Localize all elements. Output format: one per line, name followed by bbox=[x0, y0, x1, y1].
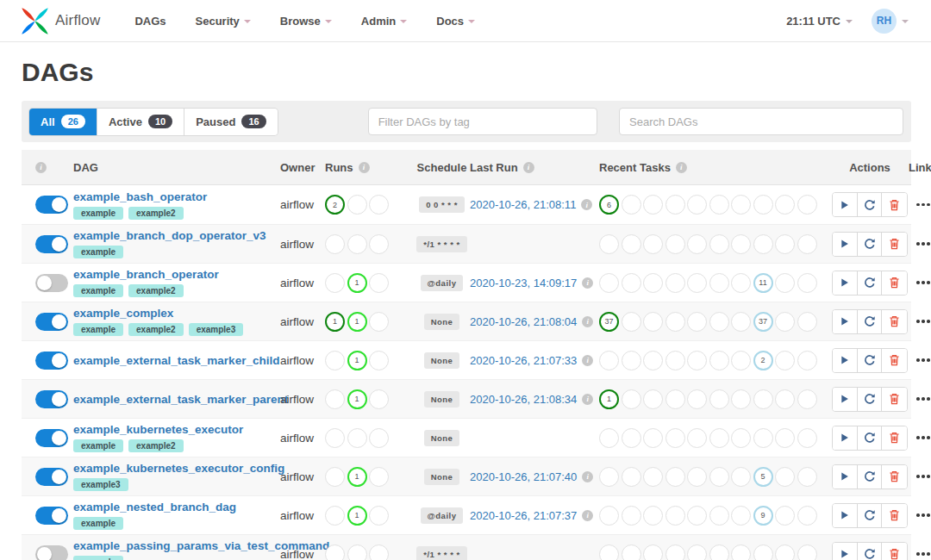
search-dags-input[interactable] bbox=[619, 108, 903, 135]
dag-tag[interactable]: example2 bbox=[128, 207, 184, 220]
delete-dag-button[interactable] bbox=[882, 271, 907, 295]
status-circle[interactable] bbox=[797, 195, 817, 215]
schedule-badge[interactable]: @daily bbox=[421, 507, 464, 524]
status-circle[interactable] bbox=[753, 195, 773, 215]
status-circle[interactable] bbox=[797, 467, 817, 487]
refresh-dag-button[interactable] bbox=[858, 310, 883, 333]
timezone-selector[interactable]: 21:11 UTC bbox=[786, 15, 853, 28]
refresh-dag-button[interactable] bbox=[858, 233, 883, 256]
links-menu-button[interactable] bbox=[913, 239, 931, 249]
status-circle[interactable] bbox=[731, 544, 751, 560]
status-circle[interactable] bbox=[347, 544, 367, 560]
status-circle[interactable] bbox=[599, 506, 619, 526]
status-circle[interactable] bbox=[665, 273, 685, 293]
status-circle[interactable] bbox=[665, 234, 685, 254]
last-run-link[interactable]: 2020-10-26, 21:08:04 bbox=[470, 315, 577, 328]
links-menu-button[interactable] bbox=[913, 549, 931, 559]
dag-tag[interactable]: example3 bbox=[73, 478, 128, 491]
status-circle[interactable] bbox=[599, 351, 619, 370]
col-owner[interactable]: Owner bbox=[280, 161, 315, 174]
status-circle[interactable]: 1 bbox=[347, 506, 367, 526]
status-circle[interactable]: 2 bbox=[753, 351, 773, 370]
status-circle[interactable] bbox=[347, 234, 367, 254]
status-circle[interactable]: 37 bbox=[753, 312, 773, 332]
status-circle[interactable] bbox=[665, 389, 685, 409]
status-circle[interactable] bbox=[665, 351, 685, 370]
dag-tag[interactable]: example bbox=[73, 207, 123, 220]
status-circle[interactable] bbox=[731, 195, 751, 215]
schedule-badge[interactable]: */1 * * * * bbox=[416, 546, 466, 560]
status-circle[interactable] bbox=[643, 312, 663, 332]
status-circle[interactable] bbox=[643, 389, 663, 409]
status-circle[interactable] bbox=[622, 312, 641, 332]
info-icon[interactable]: i bbox=[359, 162, 370, 173]
dag-name-link[interactable]: example_branch_operator bbox=[73, 268, 280, 281]
dag-tag[interactable]: example3 bbox=[189, 323, 244, 336]
trigger-dag-button[interactable] bbox=[833, 233, 858, 256]
last-run-link[interactable]: 2020-10-23, 14:09:17 bbox=[470, 277, 577, 289]
status-circle[interactable] bbox=[622, 351, 641, 370]
links-menu-button[interactable] bbox=[913, 200, 931, 210]
status-circle[interactable] bbox=[731, 273, 751, 293]
status-circle[interactable] bbox=[797, 312, 817, 332]
trigger-dag-button[interactable] bbox=[833, 271, 858, 295]
trigger-dag-button[interactable] bbox=[833, 543, 858, 560]
status-circle[interactable] bbox=[325, 544, 345, 560]
status-circle[interactable] bbox=[753, 234, 773, 254]
links-menu-button[interactable] bbox=[913, 471, 931, 482]
col-dag[interactable]: DAG bbox=[73, 161, 98, 174]
info-icon[interactable]: i bbox=[35, 162, 47, 173]
delete-dag-button[interactable] bbox=[882, 349, 907, 372]
refresh-dag-button[interactable] bbox=[858, 543, 883, 560]
trigger-dag-button[interactable] bbox=[833, 193, 858, 216]
links-menu-button[interactable] bbox=[913, 510, 931, 520]
status-circle[interactable] bbox=[687, 467, 707, 487]
dag-tag[interactable]: example bbox=[73, 439, 123, 452]
status-circle[interactable] bbox=[687, 195, 707, 215]
links-menu-button[interactable] bbox=[913, 277, 931, 288]
dag-pause-toggle[interactable] bbox=[35, 274, 68, 292]
refresh-dag-button[interactable] bbox=[858, 465, 883, 488]
status-circle[interactable] bbox=[325, 273, 345, 293]
status-circle[interactable] bbox=[709, 312, 729, 332]
status-circle[interactable] bbox=[665, 544, 685, 560]
status-circle[interactable]: 1 bbox=[347, 351, 367, 370]
status-circle[interactable] bbox=[709, 428, 729, 448]
tab-paused[interactable]: Paused 16 bbox=[184, 109, 278, 135]
status-circle[interactable] bbox=[775, 506, 795, 526]
dag-pause-toggle[interactable] bbox=[35, 545, 68, 560]
status-circle[interactable] bbox=[599, 273, 619, 293]
status-circle[interactable] bbox=[731, 312, 751, 332]
info-icon[interactable]: i bbox=[676, 162, 687, 173]
status-circle[interactable] bbox=[775, 273, 795, 293]
dag-tag[interactable]: example2 bbox=[128, 284, 184, 297]
status-circle[interactable] bbox=[775, 428, 795, 448]
status-circle[interactable] bbox=[599, 428, 619, 448]
menu-item-dags[interactable]: DAGs bbox=[134, 15, 166, 28]
schedule-badge[interactable]: None bbox=[424, 314, 460, 330]
status-circle[interactable] bbox=[643, 351, 663, 370]
status-circle[interactable] bbox=[731, 467, 751, 487]
links-menu-button[interactable] bbox=[913, 316, 931, 327]
status-circle[interactable] bbox=[709, 273, 729, 293]
info-icon[interactable]: i bbox=[523, 162, 534, 173]
status-circle[interactable] bbox=[643, 195, 663, 215]
status-circle[interactable] bbox=[665, 506, 685, 526]
dag-pause-toggle[interactable] bbox=[35, 313, 68, 331]
status-circle[interactable] bbox=[325, 506, 345, 526]
links-menu-button[interactable] bbox=[913, 432, 931, 443]
status-circle[interactable] bbox=[369, 312, 389, 332]
trigger-dag-button[interactable] bbox=[833, 388, 858, 411]
delete-dag-button[interactable] bbox=[882, 233, 907, 256]
status-circle[interactable] bbox=[347, 195, 367, 215]
status-circle[interactable] bbox=[369, 351, 389, 370]
menu-item-docs[interactable]: Docs bbox=[436, 15, 475, 28]
dag-pause-toggle[interactable] bbox=[35, 468, 68, 486]
status-circle[interactable] bbox=[325, 234, 345, 254]
status-circle[interactable] bbox=[622, 389, 641, 409]
status-circle[interactable]: 1 bbox=[599, 389, 619, 409]
dag-pause-toggle[interactable] bbox=[35, 196, 68, 214]
status-circle[interactable] bbox=[731, 351, 751, 370]
status-circle[interactable] bbox=[687, 312, 707, 332]
brand[interactable]: Airflow bbox=[21, 7, 100, 35]
